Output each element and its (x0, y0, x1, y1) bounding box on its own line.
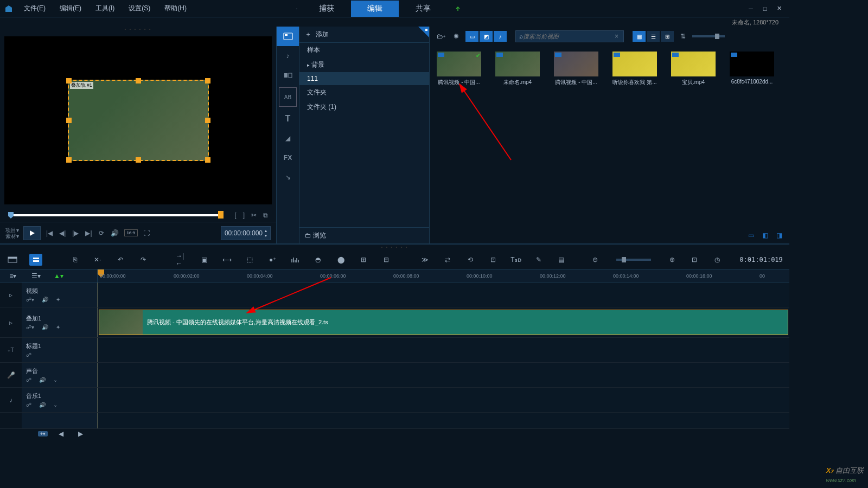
record-icon[interactable]: ●⁺ (267, 256, 279, 264)
maximize-button[interactable]: □ (759, 4, 771, 14)
tree-background[interactable]: 背景 (299, 57, 429, 72)
mute-icon[interactable]: 🔊 (42, 324, 48, 330)
timeline-zoom-slider[interactable] (616, 259, 651, 261)
clock-icon[interactable]: ◷ (711, 256, 723, 264)
link-icon[interactable]: ☍▾ (26, 297, 34, 303)
resize-handle-icon[interactable]: • • • • • • (0, 245, 789, 250)
volume-icon[interactable]: 🔊 (110, 228, 120, 238)
add-marker-icon[interactable]: ▲▾ (52, 272, 65, 280)
close-button[interactable]: ✕ (773, 4, 785, 14)
mute-icon[interactable]: 🔊 (42, 297, 48, 303)
panel-layout-c-icon[interactable]: ◨ (773, 229, 785, 241)
voice-track-icon[interactable]: 🎤 (0, 363, 22, 387)
fx-icon[interactable]: ✦ (56, 324, 60, 330)
scrub-playhead-icon[interactable] (8, 212, 14, 219)
split-icon[interactable]: ⧉ (263, 211, 268, 219)
split-screen-icon[interactable]: ⊟ (380, 256, 392, 264)
overlay-bounding-box[interactable]: 叠加轨 #1 (68, 80, 209, 161)
mask-icon[interactable]: ◓ (312, 256, 324, 264)
panel-layout-a-icon[interactable]: ▭ (745, 229, 757, 241)
crop-icon[interactable]: ⬚ (244, 256, 256, 264)
tab-share[interactable]: 共享 (399, 1, 448, 17)
link-icon[interactable]: ☍ (26, 377, 31, 383)
safe-zone-icon[interactable]: ▣ (199, 256, 210, 264)
chroma-icon[interactable]: ⬤ (335, 256, 347, 264)
resize-handle-tl[interactable] (66, 78, 72, 84)
add-button[interactable]: ＋ 添加 (299, 27, 429, 43)
expand-icon[interactable]: ⛶ (142, 228, 151, 238)
media-item[interactable]: 宝贝.mp4 (669, 52, 717, 86)
resize-handle-l[interactable] (66, 118, 72, 123)
search-input[interactable]: ⌕ × (515, 30, 624, 42)
tools-icon[interactable]: ✕· (92, 256, 104, 264)
resize-handle-t[interactable] (136, 78, 141, 84)
resize-handle-tr[interactable] (205, 78, 210, 84)
music-track-icon[interactable]: ♪ (0, 388, 22, 412)
scissors-icon[interactable]: ✂ (251, 211, 257, 219)
timeline-ruler[interactable]: 00:00:00:00 00:00:02:00 00:00:04:00 00:0… (98, 269, 789, 282)
tree-folder-111[interactable]: 111 (299, 72, 429, 85)
track-manager-icon[interactable]: ☰▾ (29, 272, 42, 280)
step-fwd-icon[interactable]: |▶ (71, 228, 80, 238)
view-list-icon[interactable]: ☰ (647, 31, 660, 42)
subtitle-icon[interactable]: ▤ (556, 256, 567, 264)
fit-icon[interactable]: ⊡ (689, 256, 701, 264)
tree-folder-a[interactable]: 文件夹 (299, 85, 429, 100)
browse-button[interactable]: 🗀 浏览 (299, 227, 429, 243)
copy-attrs-icon[interactable]: ⎘ (69, 256, 81, 264)
go-end-icon[interactable]: ▶| (84, 228, 93, 238)
paint-icon[interactable]: ✎ (533, 256, 545, 264)
tree-sample[interactable]: 样本 (299, 43, 429, 57)
view-grid-icon[interactable]: ⊞ (661, 31, 674, 42)
aspect-ratio-badge[interactable]: 16:9 (124, 229, 138, 236)
media-item[interactable]: 听说你喜欢我 第... (611, 52, 659, 86)
tab-title-icon[interactable]: AB (279, 87, 297, 107)
link-icon[interactable]: ☍ (26, 352, 31, 358)
zoom-out-icon[interactable]: ⊖ (589, 256, 601, 264)
speed-icon[interactable]: ≫ (419, 256, 431, 264)
fx-icon[interactable]: ✦ (56, 297, 60, 303)
tab-audio-icon[interactable]: ♪ (277, 46, 299, 66)
mark-in-icon[interactable]: [ (234, 211, 236, 219)
panel-layout-b-icon[interactable]: ◧ (759, 229, 771, 241)
video-track-icon[interactable]: ▹ (0, 282, 22, 307)
add-track-button[interactable]: +▾ (38, 431, 48, 436)
scrubber[interactable]: [ ] ✂ ⧉ (0, 209, 276, 222)
clear-search-icon[interactable]: × (613, 33, 620, 40)
sort-icon[interactable]: ⇅ (677, 30, 689, 42)
timeline-view-icon[interactable] (29, 254, 42, 266)
resize-handle-br[interactable] (205, 157, 210, 163)
preview-timecode[interactable]: 00:00:00:000▴▾ (221, 226, 271, 240)
pin-icon[interactable] (418, 27, 429, 37)
filter-photo-icon[interactable]: ◩ (480, 31, 493, 42)
overlay-track-body[interactable]: 腾讯视频 - 中国领先的在线视频媒体平台,海量高清视频在线观看_2.ts (98, 307, 789, 337)
chevron-down-icon[interactable]: ⌄ (53, 402, 58, 408)
tree-folder-b[interactable]: 文件夹 (1) (299, 100, 429, 114)
step-back-icon[interactable]: ◀| (58, 228, 67, 238)
home-icon[interactable] (291, 3, 303, 15)
upload-icon[interactable] (452, 3, 464, 15)
track-motion-icon[interactable]: ⊡ (487, 256, 499, 264)
media-item[interactable]: 腾讯视频 - 中国... (552, 52, 600, 86)
tab-graphic-icon[interactable]: ◢ (277, 129, 299, 148)
resize-handle-bl[interactable] (66, 157, 72, 163)
reverse-icon[interactable]: ⇄ (442, 256, 454, 264)
minimize-button[interactable]: ─ (745, 4, 757, 14)
resize-handle-b[interactable] (136, 157, 141, 163)
mixer-icon[interactable] (290, 256, 302, 264)
timeline-timecode[interactable]: 0:01:01:019 (739, 256, 782, 264)
resize-handle-icon[interactable]: • • • • • • (0, 27, 276, 32)
playback-mode-selector[interactable]: 项目▾ 素材▾ (5, 227, 19, 239)
media-item[interactable]: ✔腾讯视频 - 中国... (435, 52, 483, 86)
tab-path-icon[interactable]: ↘ (277, 168, 299, 187)
menu-file[interactable]: 文件(E) (17, 1, 52, 16)
title-track-icon[interactable]: ₊T (0, 338, 22, 362)
undo-icon[interactable]: ↶ (114, 256, 126, 264)
tab-text-icon[interactable]: T (277, 109, 299, 129)
redo-icon[interactable]: ↷ (137, 256, 149, 264)
media-item[interactable]: 未命名.mp4 (494, 52, 541, 86)
scroll-left-icon[interactable]: ◀ (54, 430, 67, 438)
3d-title-icon[interactable]: T₃ᴅ (510, 256, 522, 264)
timeline-clip[interactable]: 腾讯视频 - 中国领先的在线视频媒体平台,海量高清视频在线观看_2.ts (99, 310, 788, 335)
track-options-icon[interactable]: ≡▾ (7, 272, 20, 280)
